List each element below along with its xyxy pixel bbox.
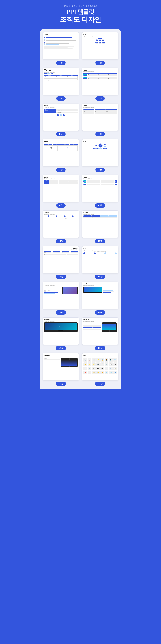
icon-18: 🔭 [88,366,92,370]
slide-label-18: 18장 [95,346,106,350]
slide-title-11: History [44,212,78,214]
slide-item-16: Mockup Organizational Chart Template PRO… [82,282,118,314]
slide-frame-20[interactable]: Icon Organizational Chart Template 🔧 📊 📈… [82,353,118,380]
slide-frame-5[interactable]: Table Organizational Chart Template Titl… [43,104,79,131]
slide-item-4: Table Organizational Chart Template Head… [82,68,118,100]
slide-subtitle-11: Organizational Chart Template [44,214,78,215]
header: 급할 때 바로 사용해도 좋은 퀄리티! PPT템플릿 조직도 디자인 [40,0,121,27]
slide-label-10: 10장 [95,203,106,208]
icon-4: 💡 [96,358,100,362]
slide-item-9: Table Organizational Chart Template Labe… [43,175,79,208]
slide-item-2: Chart Organizational Chart Template ▭ Na… [82,32,118,65]
slide-title-17: Mockup [44,319,78,320]
icon-9: 🔔 [84,362,87,366]
icon-19: 🔬 [92,366,96,370]
slide-label-7: 7장 [56,168,65,172]
icon-21: 🎥 [100,366,104,370]
slide-frame-17[interactable]: Mockup Organizational Chart Template Sli… [43,318,79,345]
slide-subtitle-12: Organizational Chart Template [84,214,117,215]
slide-title-14: History [84,248,117,249]
slide-label-16: 16장 [95,310,106,314]
slide-frame-6[interactable]: Table Organizational Chart Template Cate… [82,104,118,131]
slide-frame-16[interactable]: Mockup Organizational Chart Template PRO… [82,282,118,309]
slide-frame-12[interactable]: History Organizational Chart Template 20… [82,210,118,238]
icon-29: 🏆 [100,371,104,375]
slide-item-7: Table Organizational Chart Template Col … [43,139,79,172]
slide-frame-19[interactable]: Mockup Organizational Chart Template PRO… [43,353,79,380]
icon-17: 📡 [84,366,87,370]
slide-title-4: Table [84,69,117,71]
slide-label-19: 19장 [56,382,66,386]
slide-frame-2[interactable]: Chart Organizational Chart Template ▭ Na… [82,32,118,60]
slide-frame-1[interactable]: Chart Organizational Chart Template [43,32,79,60]
slides-grid: Chart Organizational Chart Template 1장 [43,32,118,386]
icon-28: 🔐 [96,371,100,375]
slide-label-11: 11장 [56,239,66,243]
icon-15: 💾 [109,362,113,366]
slide-subtitle-1: Organizational Chart Template [44,36,78,36]
slide-label-20: 20장 [95,382,106,386]
slide-title-6: Table [84,105,117,106]
slide-subtitle-19: Organizational Chart Template [44,356,78,358]
icon-13: 🖱️ [100,362,104,366]
icon-10: 📁 [88,362,92,366]
slide-item-13: History Organizational Chart Template No… [43,246,79,279]
content-area: Chart Organizational Chart Template 1장 [40,29,121,389]
slide-title-12: History [84,212,117,214]
slide-label-8: 8장 [96,168,105,172]
icon-20: 📷 [96,366,100,370]
slide-subtitle-7: Organizational Chart Template [44,142,78,144]
slide-title-18: Mockup [84,319,117,320]
slide-title-15: Mockup [44,283,78,285]
slide-subtitle-15: Organizational Chart Template [44,285,78,286]
slide-title-2: Chart [84,34,117,35]
slide-item-15: Mockup Organizational Chart Template PRO… [43,282,79,314]
slide-label-5: 5장 [56,132,65,136]
slide-subtitle-2: Organizational Chart Template [84,36,117,36]
slide-title-8: Chart [84,140,117,142]
slide-label-2: 2장 [96,61,105,65]
slide-label-3: 3장 [56,96,65,100]
slide-title-1: Chart [44,34,78,35]
slide-frame-18[interactable]: Mockup Organizational Chart Template Tit… [82,318,118,345]
header-subtitle: 급할 때 바로 사용해도 좋은 퀄리티! [44,5,118,8]
slide-title-20: Icon [84,354,117,356]
slide-item-20: Icon Organizational Chart Template 🔧 📊 📈… [82,353,118,386]
slide-item-14: History Organizational Chart Template PR… [82,246,118,279]
icon-31: 🌐 [109,371,113,375]
slide-item-17: Mockup Organizational Chart Template Sli… [43,318,79,350]
slide-label-4: 4장 [96,96,105,100]
slide-frame-7[interactable]: Table Organizational Chart Template Col … [43,139,79,166]
slide-subtitle-16: Organizational Chart Template [84,285,117,286]
icon-30: 💎 [105,371,108,375]
icon-27: 🔑 [92,371,96,375]
slide-label-12: 12장 [95,239,106,243]
slide-label-9: 9장 [56,203,65,208]
slide-frame-15[interactable]: Mockup Organizational Chart Template PRO… [43,282,79,309]
slide-label-13: 13장 [56,275,66,279]
slide-frame-4[interactable]: Table Organizational Chart Template Head… [82,68,118,95]
slide-subtitle-14: Organizational Chart Template [84,250,117,250]
icon-2: 📊 [88,358,92,362]
slide-subtitle-8: Organizational Chart Template [84,142,117,144]
slide-frame-13[interactable]: History Organizational Chart Template No… [43,246,79,274]
icons-grid: 🔧 📊 📈 💡 🔒 📱 🖥️ ✉️ 🔔 📁 🗂️ 🖨️ 🖱️ ⌨️ 💾 � [84,358,117,374]
slide-frame-11[interactable]: History Organizational Chart Template 20… [43,210,79,238]
slide-subtitle-5: Organizational Chart Template [44,107,78,108]
slide-frame-3[interactable]: Table Organizational Chart Template Head… [43,68,79,95]
icon-8: ✉️ [113,358,117,362]
slide-frame-8[interactable]: Chart Organizational Chart Template Star… [82,139,118,166]
header-title-main: PPT템플릿 [44,9,118,15]
slide-subtitle-20: Organizational Chart Template [84,356,117,358]
slide-item-3: Table Organizational Chart Template Head… [43,68,79,100]
icon-23: 🖊️ [109,366,113,370]
slide-subtitle-17: Organizational Chart Template [44,321,78,322]
slide-title-19: Mockup [44,354,78,356]
slide-subtitle-4: Organizational Chart Template [84,71,117,72]
slide-frame-9[interactable]: Table Organizational Chart Template Labe… [43,175,79,202]
slide-subtitle-18: Organizational Chart Template [84,321,117,322]
slide-frame-10[interactable]: Table Organizational Chart Template ● Ty… [82,175,118,202]
slide-label-6: 6장 [96,132,105,136]
icon-24: 📝 [113,366,117,370]
slide-frame-14[interactable]: History Organizational Chart Template PR… [82,246,118,274]
